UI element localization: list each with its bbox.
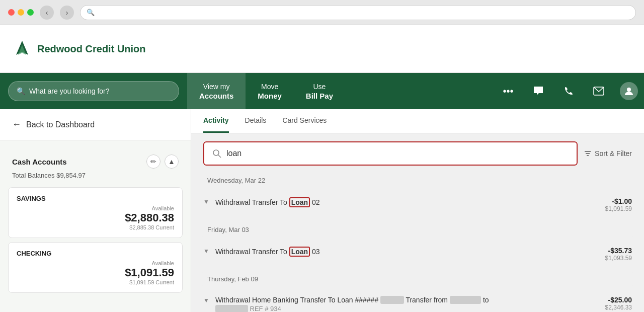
activity-panel: Sort & Filter Wednesday, Mar 22 ▼ Withdr… bbox=[191, 133, 644, 312]
txn-amount-1: -$1.00 bbox=[605, 197, 632, 205]
loan-highlight-3: Loan bbox=[337, 296, 353, 304]
collapse-button[interactable]: ▲ bbox=[165, 154, 179, 169]
savings-balance-row: Available $2,880.38 $2,885.38 Current bbox=[17, 205, 174, 230]
svg-point-4 bbox=[213, 150, 219, 155]
txn-running-2: $1,093.59 bbox=[605, 255, 632, 262]
forward-nav-button[interactable]: › bbox=[60, 6, 74, 20]
loan-highlight-2: Loan bbox=[289, 247, 310, 257]
txn-amounts-2: -$35.73 $1,093.59 bbox=[605, 247, 632, 262]
main-content: ← Back to Dashboard Cash Accounts ✏ ▲ To… bbox=[0, 109, 644, 312]
txn-running-1: $1,091.59 bbox=[605, 205, 632, 212]
table-row: ▼ Withdrawal Transfer To Loan 03 -$35.73… bbox=[203, 241, 632, 268]
table-row: ▼ Withdrawal Home Banking Transfer To Lo… bbox=[203, 290, 632, 312]
redacted-2 bbox=[450, 296, 481, 304]
tab-details[interactable]: Details bbox=[245, 109, 267, 133]
activity-search-field[interactable] bbox=[203, 141, 578, 166]
edit-button[interactable]: ✏ bbox=[146, 154, 160, 169]
sort-filter-button[interactable]: Sort & Filter bbox=[584, 149, 632, 158]
logo-icon bbox=[12, 39, 32, 59]
nav-accounts-top: View my bbox=[203, 83, 230, 91]
app: Redwood Credit Union 🔍 What are you look… bbox=[0, 25, 644, 312]
back-to-dashboard-button[interactable]: ← Back to Dashboard bbox=[0, 109, 191, 140]
cash-accounts-actions: ✏ ▲ bbox=[146, 154, 179, 169]
expand-icon-3[interactable]: ▼ bbox=[203, 296, 209, 304]
tab-activity[interactable]: Activity bbox=[203, 109, 229, 133]
cash-accounts-header: Cash Accounts ✏ ▲ bbox=[0, 148, 191, 171]
sidebar: ← Back to Dashboard Cash Accounts ✏ ▲ To… bbox=[0, 109, 191, 312]
checking-account-name: CHECKING bbox=[17, 250, 174, 257]
maximize-button[interactable] bbox=[27, 9, 34, 16]
chat-icon bbox=[533, 86, 544, 97]
savings-available-amount: $2,880.38 bbox=[125, 211, 174, 224]
txn-amount-3: -$25.00 bbox=[605, 296, 632, 304]
nav-icons: ••• bbox=[493, 73, 644, 109]
traffic-lights bbox=[8, 9, 34, 16]
nav-items: View my Accounts Move Money Use Bill Pay bbox=[187, 73, 493, 109]
nav-billpay-bottom: Bill Pay bbox=[306, 92, 333, 100]
nav-search[interactable]: 🔍 What are you looking for? bbox=[8, 81, 179, 101]
nav-item-billpay[interactable]: Use Bill Pay bbox=[294, 73, 345, 109]
loan-highlight-1: Loan bbox=[289, 197, 310, 207]
back-nav-button[interactable]: ‹ bbox=[40, 6, 54, 20]
date-sep-mar22: Wednesday, Mar 22 bbox=[201, 174, 634, 187]
savings-account-card[interactable]: SAVINGS Available $2,880.38 $2,885.38 Cu… bbox=[8, 187, 183, 238]
date-sep-feb09: Thursday, Feb 09 bbox=[201, 272, 634, 286]
nav-item-accounts[interactable]: View my Accounts bbox=[187, 73, 246, 109]
checking-balance-row: Available $1,091.59 $1,091.59 Current bbox=[17, 260, 174, 285]
user-icon bbox=[624, 86, 634, 96]
svg-point-3 bbox=[627, 88, 631, 92]
mail-icon bbox=[593, 87, 604, 96]
cash-accounts-title: Cash Accounts bbox=[12, 158, 67, 166]
nav-phone-button[interactable] bbox=[553, 73, 584, 109]
savings-current-balance: $2,885.38 Current bbox=[125, 224, 174, 230]
checking-available-amount: $1,091.59 bbox=[125, 266, 174, 279]
address-bar[interactable]: 🔍 bbox=[80, 5, 636, 20]
table-row: ▼ Withdrawal Transfer To Loan 02 -$1.00 … bbox=[203, 191, 632, 219]
browser-chrome: ‹ › 🔍 bbox=[0, 0, 644, 25]
txn-running-3: $2,346.33 bbox=[605, 304, 632, 311]
address-search-icon: 🔍 bbox=[87, 9, 95, 16]
expand-icon-2[interactable]: ▼ bbox=[203, 247, 209, 255]
nav-money-top: Move bbox=[261, 83, 278, 91]
sort-filter-label: Sort & Filter bbox=[595, 149, 632, 158]
back-to-dashboard-label: Back to Dashboard bbox=[26, 120, 95, 129]
redacted-1 bbox=[380, 296, 404, 304]
nav-accounts-bottom: Accounts bbox=[199, 92, 233, 100]
nav-search-icon: 🔍 bbox=[17, 87, 25, 95]
nav-bar: 🔍 What are you looking for? View my Acco… bbox=[0, 73, 644, 109]
checking-current-balance: $1,091.59 Current bbox=[125, 279, 174, 285]
search-icon bbox=[212, 149, 221, 158]
nav-mail-button[interactable] bbox=[584, 73, 614, 109]
nav-chat-button[interactable] bbox=[523, 73, 553, 109]
tabs: Activity Details Card Services bbox=[191, 109, 644, 133]
search-bar-wrap: Sort & Filter bbox=[203, 141, 632, 166]
svg-line-5 bbox=[218, 155, 221, 158]
redacted-3 bbox=[215, 305, 248, 312]
minimize-button[interactable] bbox=[18, 9, 24, 16]
txn-amounts-3: -$25.00 $2,346.33 bbox=[605, 296, 632, 311]
logo-text: Redwood Credit Union bbox=[37, 43, 146, 55]
phone-icon bbox=[564, 86, 574, 96]
logo: Redwood Credit Union bbox=[12, 39, 146, 59]
savings-account-name: SAVINGS bbox=[17, 195, 174, 202]
txn-desc-3: Withdrawal Home Banking Transfer To Loan… bbox=[215, 296, 599, 312]
txn-desc-2: Withdrawal Transfer To Loan 03 bbox=[215, 247, 599, 257]
txn-amount-2: -$35.73 bbox=[605, 247, 632, 255]
nav-more-button[interactable]: ••• bbox=[493, 73, 523, 109]
nav-item-money[interactable]: Move Money bbox=[246, 73, 294, 109]
total-balance: Total Balances $9,854.97 bbox=[0, 171, 191, 185]
expand-icon[interactable]: ▼ bbox=[203, 197, 209, 205]
tab-card-services[interactable]: Card Services bbox=[282, 109, 327, 133]
date-sep-mar03: Friday, Mar 03 bbox=[201, 223, 634, 237]
search-input[interactable] bbox=[226, 149, 569, 158]
nav-avatar-button[interactable] bbox=[620, 82, 638, 100]
checking-account-card[interactable]: CHECKING Available $1,091.59 $1,091.59 C… bbox=[8, 242, 183, 293]
txn-amounts-1: -$1.00 $1,091.59 bbox=[605, 197, 632, 212]
back-arrow-icon: ← bbox=[12, 119, 21, 130]
close-button[interactable] bbox=[8, 9, 15, 16]
filter-icon bbox=[584, 149, 592, 158]
nav-search-placeholder: What are you looking for? bbox=[29, 87, 110, 95]
checking-available-label: Available bbox=[125, 260, 174, 266]
app-header: Redwood Credit Union bbox=[0, 25, 644, 73]
txn-desc-1: Withdrawal Transfer To Loan 02 bbox=[215, 197, 599, 208]
